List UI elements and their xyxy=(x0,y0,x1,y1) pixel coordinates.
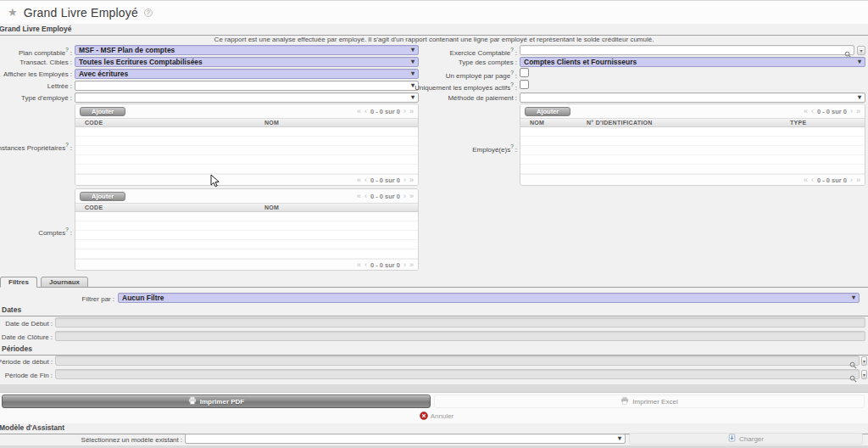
column-header-nom: NOM xyxy=(530,120,587,126)
help-icon[interactable]: ? xyxy=(510,70,514,76)
methode-paiement-label: Méthode de paiement: xyxy=(448,94,517,102)
modele-existant-select[interactable]: ▾ xyxy=(185,434,626,444)
printer-icon xyxy=(620,396,629,406)
pager-count: 0 - 0 sur 0 xyxy=(370,176,400,184)
imprimer-pdf-button[interactable]: Imprimer PDF xyxy=(2,395,431,408)
page-title: Grand Livre Employé xyxy=(24,6,138,20)
pager-first-icon[interactable]: « xyxy=(357,108,361,115)
table-row xyxy=(520,146,865,155)
pager-next-icon[interactable]: › xyxy=(850,176,853,184)
column-header-nom: NOM xyxy=(264,204,279,210)
help-icon[interactable]: ? xyxy=(510,47,514,53)
pager-next-icon[interactable]: › xyxy=(403,108,406,115)
table-row xyxy=(75,212,418,221)
column-header-code: CODE xyxy=(85,120,264,126)
pager-count: 0 - 0 sur 0 xyxy=(370,261,400,269)
pager-last-icon[interactable]: » xyxy=(409,108,414,115)
instances-pager-top: « ‹ 0 - 0 sur 0 › » xyxy=(357,108,414,115)
pager-prev-icon[interactable]: ‹ xyxy=(364,176,367,184)
pager-prev-icon[interactable]: ‹ xyxy=(811,108,814,115)
un-employe-par-page-label: Un employé par page?: xyxy=(446,70,517,80)
periode-fin-input[interactable] xyxy=(55,369,860,379)
periode-debut-input[interactable] xyxy=(55,356,860,366)
transact-cibles-label: Transact. Cibles: xyxy=(19,59,72,66)
methode-paiement-select[interactable]: ▾ xyxy=(520,92,865,103)
instances-proprietaires-label: Instances Propriétaires?: xyxy=(0,142,72,152)
pager-first-icon[interactable]: « xyxy=(357,193,361,200)
un-employe-par-page-checkbox[interactable] xyxy=(520,68,529,77)
chevron-down-icon: ▾ xyxy=(411,59,415,65)
plan-comptable-select[interactable]: MSF - MSF Plan de comptes ▾ xyxy=(75,45,419,55)
pager-next-icon[interactable]: › xyxy=(403,176,406,184)
help-icon[interactable]: ? xyxy=(510,81,514,87)
help-icon[interactable]: ? xyxy=(65,227,69,232)
periode-fin-label: Période de Fin: xyxy=(5,372,53,379)
table-row xyxy=(75,146,418,155)
uniquement-employes-actifs-checkbox[interactable] xyxy=(520,80,529,89)
pager-next-icon[interactable]: › xyxy=(850,108,853,115)
pager-count: 0 - 0 sur 0 xyxy=(370,108,400,115)
favorite-star-icon[interactable]: ★ xyxy=(8,6,18,19)
chevron-down-icon: ▾ xyxy=(852,294,855,301)
charger-button[interactable]: Charger xyxy=(629,433,863,445)
comptes-ajouter-button[interactable]: Ajouter xyxy=(80,192,125,201)
pager-last-icon[interactable]: » xyxy=(856,176,860,184)
periodes-section-title: Périodes xyxy=(0,344,868,356)
instances-ajouter-button[interactable]: Ajouter xyxy=(80,107,125,116)
tab-divider xyxy=(0,287,868,288)
load-template-icon xyxy=(728,434,736,444)
plan-comptable-label: Plan comptable?: xyxy=(19,47,72,57)
employes-pager-bottom: « ‹ 0 - 0 sur 0 › » xyxy=(804,176,860,184)
report-description: Ce rapport est une analyse effectuée par… xyxy=(0,36,868,43)
instances-column-headers: CODE NOM xyxy=(75,118,418,127)
comptes-pager-bottom: « ‹ 0 - 0 sur 0 › » xyxy=(357,261,414,269)
date-debut-label: Date de Début: xyxy=(5,320,53,328)
pager-last-icon[interactable]: » xyxy=(409,261,414,269)
table-row xyxy=(75,221,418,231)
employes-ajouter-button[interactable]: Ajouter xyxy=(525,107,570,116)
imprimer-excel-button[interactable]: Imprimer Excel xyxy=(434,395,865,408)
annuler-button[interactable]: Annuler xyxy=(386,411,487,422)
tab-filtres[interactable]: Filtres xyxy=(0,277,37,288)
pager-last-icon[interactable]: » xyxy=(409,193,414,200)
cancel-x-icon xyxy=(420,412,428,422)
table-row xyxy=(75,240,418,249)
title-help-icon[interactable]: ? xyxy=(144,8,153,17)
exercice-open-record-button[interactable]: ▾ xyxy=(857,46,865,55)
date-debut-input[interactable] xyxy=(55,317,865,328)
pager-prev-icon[interactable]: ‹ xyxy=(364,193,367,200)
transact-cibles-select[interactable]: Toutes les Ecritures Comptabilisées ▾ xyxy=(75,57,419,67)
employes-column-headers: NOM N° D'IDENTIFICATION TYPE xyxy=(520,118,865,127)
pager-first-icon[interactable]: « xyxy=(357,261,361,269)
pager-next-icon[interactable]: › xyxy=(403,193,406,200)
afficher-employes-label: Afficher les Employés: xyxy=(3,70,72,78)
comptes-pager-top: « ‹ 0 - 0 sur 0 › » xyxy=(357,193,414,200)
pager-first-icon[interactable]: « xyxy=(357,176,361,184)
lettree-select[interactable]: ▾ xyxy=(75,81,419,91)
periode-fin-open-record-button[interactable]: ▾ xyxy=(861,370,867,379)
help-icon[interactable]: ? xyxy=(510,143,514,149)
pager-last-icon[interactable]: » xyxy=(856,108,860,115)
type-comptes-select[interactable]: Comptes Clients et Fournisseurs ▾ xyxy=(520,57,865,67)
table-row xyxy=(75,127,418,137)
chevron-down-icon: ▾ xyxy=(858,59,861,65)
filtrer-par-select[interactable]: Aucun Filtre ▾ xyxy=(118,293,860,303)
chevron-down-icon: ▾ xyxy=(411,47,415,53)
pager-last-icon[interactable]: » xyxy=(409,176,414,184)
footer-divider-band xyxy=(0,384,868,393)
printer-icon xyxy=(188,396,197,406)
pager-prev-icon[interactable]: ‹ xyxy=(364,108,367,115)
type-employe-select[interactable]: ▾ xyxy=(75,92,419,103)
help-icon[interactable]: ? xyxy=(65,142,69,148)
date-cloture-input[interactable] xyxy=(55,331,865,341)
periode-debut-open-record-button[interactable]: ▾ xyxy=(861,356,867,366)
pager-prev-icon[interactable]: ‹ xyxy=(364,261,367,269)
help-icon[interactable]: ? xyxy=(65,47,69,53)
comptes-label: Comptes?: xyxy=(38,227,72,237)
pager-next-icon[interactable]: › xyxy=(403,261,406,269)
pager-first-icon[interactable]: « xyxy=(804,108,808,115)
pager-prev-icon[interactable]: ‹ xyxy=(811,176,814,184)
pager-first-icon[interactable]: « xyxy=(804,176,808,184)
afficher-employes-select[interactable]: Avec écritures ▾ xyxy=(75,69,419,79)
exercice-comptable-input[interactable] xyxy=(520,45,854,55)
